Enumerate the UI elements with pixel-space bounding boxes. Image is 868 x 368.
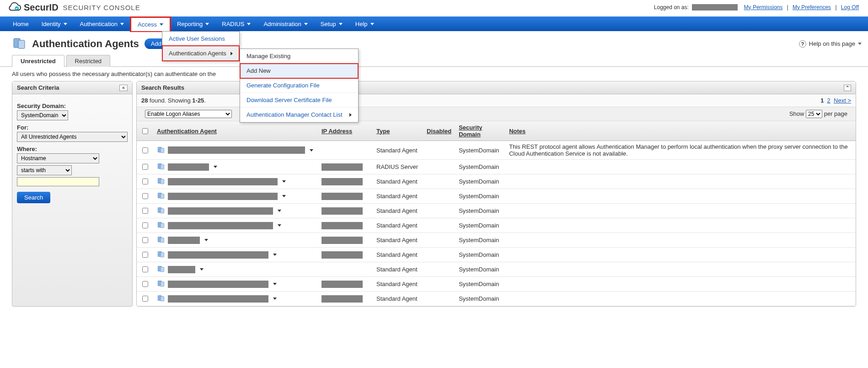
where-field-select[interactable]: Hostname [17, 153, 99, 163]
row-checkbox[interactable] [142, 281, 148, 287]
table-row: Standard AgentSystemDomain [137, 204, 856, 218]
bulk-action-select[interactable]: Enable Logon Aliases [145, 110, 232, 118]
my-permissions-link[interactable]: My Permissions [744, 4, 783, 11]
brand-sub-text: SECURITY CONSOLE [63, 4, 140, 11]
page-next-link[interactable]: Next > [834, 97, 851, 104]
menu-item-label: Generate Configuration File [246, 82, 320, 89]
agent-icon [157, 279, 165, 289]
nav-identity[interactable]: Identity [35, 16, 74, 31]
row-checkbox[interactable] [142, 252, 148, 258]
agent-cell[interactable] [157, 146, 314, 155]
nav-setup[interactable]: Setup [314, 16, 349, 31]
svg-rect-8 [161, 179, 164, 184]
nav-administration[interactable]: Administration [257, 16, 314, 31]
found-count: 28 [141, 97, 148, 104]
row-checkbox[interactable] [142, 222, 148, 228]
agent-name-redacted [168, 207, 273, 215]
agent-icon [157, 146, 165, 155]
caret-icon [160, 23, 163, 26]
nav-access[interactable]: Access [130, 17, 171, 32]
row-checkbox[interactable] [142, 193, 148, 199]
tab-restricted[interactable]: Restricted [66, 55, 111, 67]
my-preferences-link[interactable]: My Preferences [793, 4, 831, 11]
help-on-this-page[interactable]: ? Help on this page [799, 40, 862, 48]
notes-cell [505, 277, 856, 292]
table-row: Standard AgentSystemDomainThis REST prot… [137, 141, 856, 160]
nav-administration-label: Administration [263, 21, 301, 27]
menu-active-user-sessions[interactable]: Active User Sessions [162, 32, 239, 46]
search-button[interactable]: Search [17, 192, 50, 203]
agent-cell[interactable] [157, 265, 314, 274]
agent-cell[interactable] [157, 206, 314, 216]
disabled-cell [423, 141, 455, 160]
collapse-sidebar-button[interactable]: « [119, 85, 128, 91]
chevron-down-icon [278, 224, 281, 227]
menu-item-label: Active User Sessions [169, 35, 225, 42]
where-value-input[interactable] [17, 177, 99, 186]
domain-cell: SystemDomain [455, 189, 505, 204]
type-cell: Standard Agent [373, 262, 423, 277]
agent-cell[interactable] [157, 250, 314, 260]
agent-name-redacted [168, 251, 268, 259]
agent-cell[interactable] [157, 162, 314, 172]
agent-cell[interactable] [157, 221, 314, 230]
submenu-download-server-cert[interactable]: Download Server Certificate File [240, 93, 358, 108]
nav-radius-label: RADIUS [222, 21, 244, 27]
menu-item-label: Authentication Agents [169, 50, 226, 57]
row-checkbox[interactable] [142, 164, 148, 170]
caret-icon [370, 23, 374, 25]
ip-redacted [321, 163, 363, 171]
for-label: For: [17, 124, 128, 131]
col-ip[interactable]: IP Address [318, 121, 373, 141]
tab-unrestricted[interactable]: Unrestricted [12, 55, 64, 67]
where-op-select[interactable]: starts with [17, 165, 72, 175]
submenu-generate-config-file[interactable]: Generate Configuration File [240, 78, 358, 93]
results-pager: 1 2 Next > [820, 97, 851, 104]
svg-rect-14 [161, 223, 164, 228]
menu-item-label: Authentication Manager Contact List [246, 111, 343, 118]
agent-cell[interactable] [157, 177, 314, 186]
select-all-checkbox[interactable] [142, 128, 148, 134]
row-checkbox[interactable] [142, 179, 148, 184]
agent-cell[interactable] [157, 191, 314, 201]
submenu-am-contact-list[interactable]: Authentication Manager Contact List [240, 108, 358, 122]
agent-cell[interactable] [157, 279, 314, 289]
col-domain[interactable]: Security Domain [455, 121, 505, 141]
nav-help[interactable]: Help [349, 16, 380, 31]
per-page-suffix: per page [824, 110, 847, 117]
col-agent[interactable]: Authentication Agent [153, 121, 318, 141]
arrow-right-icon [230, 52, 233, 55]
nav-authentication[interactable]: Authentication [74, 16, 130, 31]
row-checkbox[interactable] [142, 147, 148, 153]
caret-icon [247, 23, 251, 25]
nav-radius[interactable]: RADIUS [215, 16, 257, 31]
submenu-add-new[interactable]: Add New [240, 64, 358, 78]
chevron-down-icon [273, 298, 277, 300]
type-cell: Standard Agent [373, 277, 423, 292]
agent-cell[interactable] [157, 235, 314, 245]
submenu-manage-existing[interactable]: Manage Existing [240, 49, 358, 64]
log-off-link[interactable]: Log Off [841, 4, 859, 11]
for-select[interactable]: All Unrestricted Agents [17, 132, 128, 142]
agent-cell[interactable] [157, 294, 314, 303]
brand: SecurID SECURITY CONSOLE [6, 2, 140, 13]
agent-name-redacted [168, 237, 200, 244]
row-checkbox[interactable] [142, 296, 148, 302]
row-checkbox[interactable] [142, 266, 148, 272]
col-disabled[interactable]: Disabled [423, 121, 455, 141]
security-domain-select[interactable]: SystemDomain [17, 110, 68, 120]
type-cell: Standard Agent [373, 174, 423, 189]
show-label: Show [789, 110, 806, 117]
row-checkbox[interactable] [142, 208, 148, 214]
nav-home[interactable]: Home [6, 16, 35, 31]
per-page-select[interactable]: 25 [806, 110, 822, 118]
page-2-link[interactable]: 2 [827, 97, 830, 104]
col-notes[interactable]: Notes [505, 121, 856, 141]
nav-reporting[interactable]: Reporting [171, 16, 215, 31]
menu-authentication-agents[interactable]: Authentication Agents [162, 46, 239, 61]
row-checkbox[interactable] [142, 237, 148, 243]
col-type[interactable]: Type [373, 121, 423, 141]
disabled-cell [423, 218, 455, 233]
showing-range: 1-25 [192, 97, 204, 104]
scroll-up-button[interactable]: ⌃ [844, 85, 851, 91]
